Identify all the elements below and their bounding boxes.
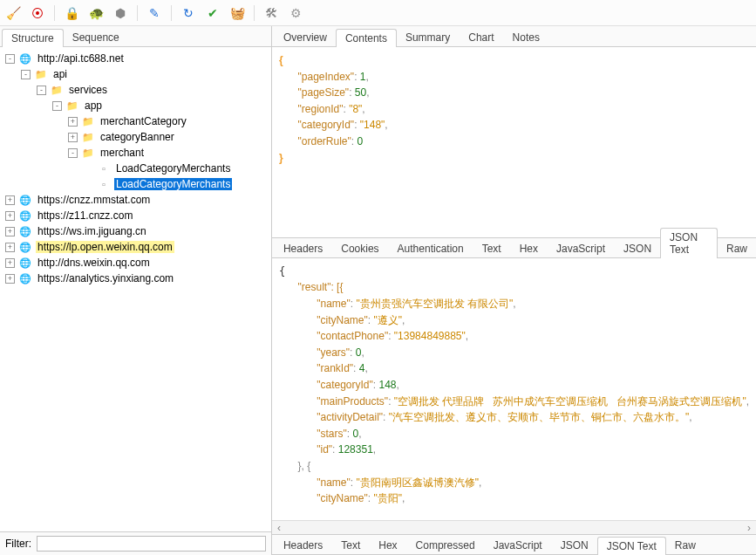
expand-icon[interactable]: +: [5, 227, 15, 236]
tree-node[interactable]: +🌐https://lp.open.weixin.qq.com: [0, 239, 271, 255]
tree-label[interactable]: https://z11.cnzz.com: [36, 209, 134, 222]
collapse-icon[interactable]: -: [5, 54, 15, 64]
collapse-icon[interactable]: -: [68, 148, 78, 158]
globe-icon: 🌐: [18, 193, 32, 207]
subtab-hex[interactable]: Hex: [369, 536, 406, 554]
tree-label[interactable]: merchantCategory: [99, 115, 188, 127]
tree-node[interactable]: -📁services: [0, 82, 271, 98]
subtab-json-text[interactable]: JSON Text: [660, 228, 718, 258]
tree-node[interactable]: +🌐https://ws.im.jiguang.cn: [0, 223, 271, 239]
collapse-icon[interactable]: -: [21, 70, 31, 79]
left-panel: StructureSequence -🌐http://api.tc688.net…: [0, 26, 272, 555]
subtab-raw[interactable]: Raw: [665, 536, 705, 554]
tab-structure[interactable]: Structure: [2, 29, 64, 47]
tree-node[interactable]: -📁merchant: [0, 145, 271, 161]
tree-node[interactable]: -🌐http://api.tc688.net: [0, 51, 271, 66]
expand-icon[interactable]: +: [5, 258, 15, 268]
subtab-javascript[interactable]: JavaScript: [547, 239, 615, 257]
tree-label[interactable]: api: [51, 68, 69, 80]
folder-icon: 📁: [81, 146, 95, 160]
scroll-right-icon[interactable]: ›: [742, 522, 756, 534]
expand-icon[interactable]: +: [5, 195, 15, 205]
response-json-pane[interactable]: { "result": [{ "name": "贵州贵强汽车空调批发 有限公司"…: [272, 258, 756, 520]
expand-icon[interactable]: +: [5, 243, 15, 252]
subtab-javascript[interactable]: JavaScript: [484, 536, 552, 554]
filter-input[interactable]: [37, 536, 266, 552]
record-icon[interactable]: ⦿: [28, 3, 47, 23]
turtle-icon[interactable]: 🐢: [86, 3, 106, 23]
left-tabbar: StructureSequence: [0, 26, 271, 47]
broom-icon[interactable]: 🧹: [3, 3, 23, 23]
tab-sequence[interactable]: Sequence: [63, 28, 129, 46]
collapse-icon[interactable]: -: [52, 101, 62, 111]
tab-chart[interactable]: Chart: [459, 28, 503, 46]
horizontal-scrollbar[interactable]: ‹ ›: [272, 520, 756, 534]
folder-icon: 📁: [81, 130, 95, 144]
structure-tree[interactable]: -🌐http://api.tc688.net-📁api-📁services-📁a…: [0, 47, 271, 531]
tree-node[interactable]: ▫LoadCategoryMerchants: [0, 176, 271, 192]
tree-node[interactable]: +🌐https://cnzz.mmstat.com: [0, 192, 271, 208]
tree-label[interactable]: categoryBanner: [99, 131, 176, 143]
expand-icon[interactable]: +: [5, 274, 15, 284]
subtab-authentication[interactable]: Authentication: [388, 239, 473, 257]
toolbar-separator: [171, 5, 172, 21]
folder-icon: 📁: [34, 67, 48, 81]
subtab-text[interactable]: Text: [331, 536, 370, 554]
globe-icon: 🌐: [18, 209, 32, 223]
tree-node[interactable]: -📁api: [0, 66, 271, 82]
tree-label[interactable]: LoadCategoryMerchants: [114, 162, 232, 175]
folder-icon: 📁: [65, 99, 79, 113]
subtab-hex[interactable]: Hex: [510, 239, 548, 257]
tree-node[interactable]: ▫LoadCategoryMerchants: [0, 161, 271, 176]
expand-icon[interactable]: +: [5, 211, 15, 221]
tree-label[interactable]: merchant: [99, 147, 146, 159]
tree-label[interactable]: http://api.tc688.net: [36, 52, 126, 65]
tab-summary[interactable]: Summary: [396, 28, 460, 46]
expand-icon[interactable]: +: [68, 117, 78, 127]
tree-node[interactable]: +📁merchantCategory: [0, 113, 271, 129]
folder-icon: 📁: [50, 83, 64, 97]
pencil-icon[interactable]: ✎: [145, 3, 164, 23]
subtab-json[interactable]: JSON: [614, 239, 661, 257]
lock-icon[interactable]: 🔒: [62, 3, 81, 23]
tree-label[interactable]: https://ws.im.jiguang.cn: [36, 225, 148, 237]
tree-node[interactable]: +🌐https://analytics.yinxiang.com: [0, 271, 271, 286]
refresh-icon[interactable]: ↻: [179, 3, 198, 23]
tree-label[interactable]: http://dns.weixin.qq.com: [36, 257, 152, 269]
basket-icon[interactable]: 🧺: [228, 3, 247, 23]
subtab-cookies[interactable]: Cookies: [331, 239, 388, 257]
right-top-tabbar: OverviewContentsSummaryChartNotes: [272, 26, 756, 47]
tree-label[interactable]: https://lp.open.weixin.qq.com: [36, 241, 174, 253]
expand-icon[interactable]: +: [68, 133, 78, 142]
file-icon: ▫: [97, 161, 111, 175]
tree-node[interactable]: +📁categoryBanner: [0, 129, 271, 145]
hexagon-icon[interactable]: ⬢: [111, 3, 130, 23]
tree-node[interactable]: -📁app: [0, 98, 271, 113]
subtab-json-text[interactable]: JSON Text: [597, 537, 666, 555]
collapse-icon[interactable]: -: [37, 86, 46, 95]
tab-notes[interactable]: Notes: [503, 28, 549, 46]
subtab-raw[interactable]: Raw: [717, 239, 756, 257]
globe-icon: 🌐: [18, 224, 32, 238]
subtab-json[interactable]: JSON: [551, 536, 598, 554]
check-icon[interactable]: ✔: [203, 3, 222, 23]
main-split: StructureSequence -🌐http://api.tc688.net…: [0, 26, 756, 555]
subtab-headers[interactable]: Headers: [274, 239, 332, 257]
subtab-text[interactable]: Text: [473, 239, 511, 257]
subtab-headers[interactable]: Headers: [274, 536, 332, 554]
gear-icon[interactable]: ⚙: [286, 3, 305, 23]
scroll-left-icon[interactable]: ‹: [272, 522, 286, 534]
tree-label[interactable]: services: [67, 84, 109, 96]
tree-label[interactable]: https://cnzz.mmstat.com: [36, 194, 152, 206]
tree-node[interactable]: +🌐http://dns.weixin.qq.com: [0, 255, 271, 271]
tree-node[interactable]: +🌐https://z11.cnzz.com: [0, 208, 271, 223]
toolbar-separator: [137, 5, 138, 21]
subtab-compressed[interactable]: Compressed: [406, 536, 485, 554]
tree-label[interactable]: LoadCategoryMerchants: [114, 178, 232, 190]
tree-label[interactable]: app: [83, 99, 104, 112]
tree-label[interactable]: https://analytics.yinxiang.com: [36, 272, 175, 284]
tab-overview[interactable]: Overview: [274, 28, 337, 46]
request-json-pane[interactable]: { "pageIndex": 1, "pageSize": 50, "regio…: [272, 47, 756, 237]
tab-contents[interactable]: Contents: [336, 29, 397, 47]
tools-icon[interactable]: 🛠: [262, 3, 281, 23]
